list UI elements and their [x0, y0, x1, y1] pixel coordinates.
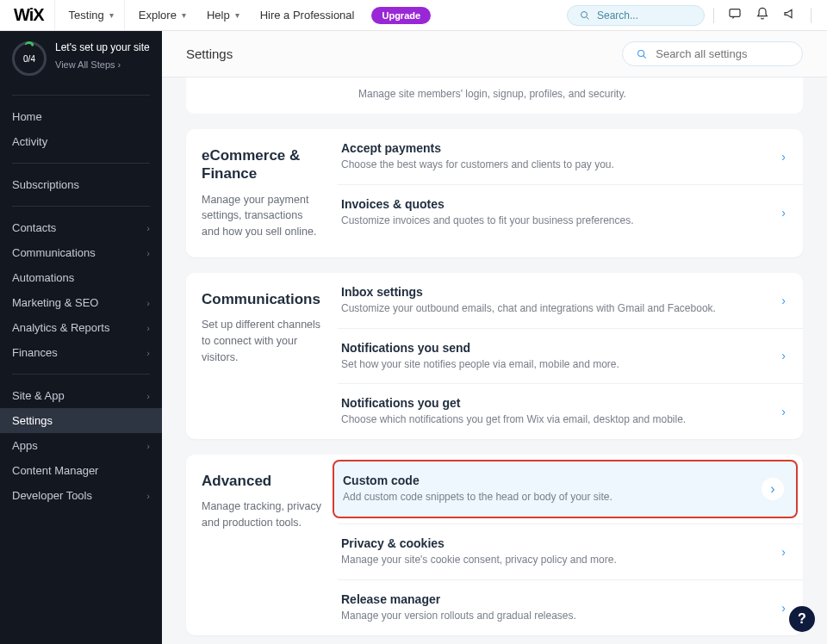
row-title: Custom code [343, 474, 612, 487]
row-title: Notifications you get [341, 396, 686, 410]
row-title: Inbox settings [341, 285, 716, 299]
sidebar-item-marketing-seo[interactable]: Marketing & SEO› [0, 290, 162, 315]
view-all-steps-link[interactable]: View All Steps › [55, 59, 150, 71]
row-desc: Customize invoices and quotes to fit you… [341, 214, 634, 228]
sidebar-item-home[interactable]: Home [0, 104, 162, 129]
top-menu-hire-a-professional[interactable]: Hire a Professional [250, 0, 365, 30]
progress-ring: 0/4 [12, 41, 47, 76]
chevron-right-icon: › [781, 601, 786, 615]
chevron-down-icon: ▾ [182, 10, 186, 20]
sidebar-item-label: Site & App [12, 389, 65, 402]
settings-row-notifications-you-send[interactable]: Notifications you sendSet how your site … [338, 328, 803, 384]
top-menu-help[interactable]: Help▾ [196, 0, 250, 30]
row-desc: Choose which notifications you get from … [341, 412, 686, 427]
setup-widget[interactable]: 0/4 Let's set up your site View All Step… [0, 41, 162, 86]
sidebar-item-label: Activity [12, 135, 47, 148]
section-card-advanced: AdvancedManage tracking, privacy and pro… [186, 455, 803, 635]
sidebar-item-automations[interactable]: Automations [0, 265, 162, 290]
settings-row-custom-code[interactable]: Custom codeAdd custom code snippets to t… [333, 460, 798, 518]
bell-icon[interactable] [750, 7, 774, 23]
search-icon [580, 10, 590, 21]
sidebar-item-communications[interactable]: Communications› [0, 240, 162, 265]
section-card-ecommerce-finance: eCommerce & FinanceManage your payment s… [186, 129, 803, 257]
content-area: Settings Manage site members' login, sig… [162, 31, 827, 644]
menu-label: Explore [139, 9, 177, 22]
section-desc: Manage your payment settings, transactio… [202, 192, 322, 240]
sidebar-item-label: Finances [12, 346, 58, 359]
help-button[interactable]: ? [789, 606, 815, 632]
sidebar-item-analytics-reports[interactable]: Analytics & Reports› [0, 315, 162, 340]
chevron-right-icon: › [146, 348, 150, 358]
settings-row-release-manager[interactable]: Release managerManage your version rollo… [338, 579, 803, 635]
sidebar-item-label: Settings [12, 414, 53, 427]
menu-label: Help [207, 9, 230, 22]
settings-search-input[interactable] [656, 47, 788, 60]
partial-card-row[interactable]: Manage site members' login, signup, prof… [186, 77, 803, 114]
chevron-right-icon: › [146, 491, 150, 501]
top-menu-explore[interactable]: Explore▾ [128, 0, 196, 30]
row-desc: Manage your version rollouts and gradual… [341, 609, 576, 623]
section-desc: Manage tracking, privacy and production … [202, 498, 322, 531]
divider [12, 374, 150, 375]
sidebar-item-content-manager[interactable]: Content Manager [0, 458, 162, 483]
chevron-down-icon: ▾ [109, 10, 114, 20]
top-search[interactable]: Search... [567, 5, 705, 26]
divider [12, 206, 150, 207]
svg-point-3 [638, 50, 644, 56]
chevron-right-icon: › [781, 349, 786, 362]
settings-search[interactable] [622, 41, 803, 66]
sidebar-item-contacts[interactable]: Contacts› [0, 215, 162, 240]
sidebar-item-label: Subscriptions [12, 178, 79, 191]
menu-label: Hire a Professional [260, 9, 355, 22]
row-desc: Manage your site's cookie consent, priva… [341, 553, 617, 567]
row-desc: Choose the best ways for customers and c… [341, 158, 614, 172]
upgrade-button[interactable]: Upgrade [371, 7, 431, 24]
search-icon [637, 48, 647, 60]
row-desc: Customize your outbound emails, chat and… [341, 301, 716, 316]
row-desc: Add custom code snippets to the head or … [343, 490, 612, 505]
partial-desc: Manage site members' login, signup, prof… [358, 88, 626, 100]
sidebar-item-label: Analytics & Reports [12, 321, 109, 334]
section-title: eCommerce & Finance [202, 146, 322, 183]
settings-row-notifications-you-get[interactable]: Notifications you getChoose which notifi… [338, 383, 803, 439]
divider [12, 95, 150, 96]
chevron-right-icon: › [146, 391, 150, 401]
row-title: Release manager [341, 592, 576, 606]
settings-row-accept-payments[interactable]: Accept paymentsChoose the best ways for … [338, 129, 803, 184]
chevron-right-icon: › [781, 545, 786, 559]
top-search-placeholder: Search... [597, 9, 638, 22]
row-title: Invoices & quotes [341, 197, 634, 211]
sidebar-item-subscriptions[interactable]: Subscriptions [0, 172, 162, 197]
svg-rect-2 [730, 9, 740, 17]
chat-icon[interactable] [723, 7, 747, 23]
settings-row-invoices-quotes[interactable]: Invoices & quotesCustomize invoices and … [338, 184, 803, 240]
sidebar-item-site-app[interactable]: Site & App› [0, 383, 162, 408]
settings-row-inbox-settings[interactable]: Inbox settingsCustomize your outbound em… [338, 273, 803, 328]
chevron-down-icon: ▾ [235, 10, 239, 20]
sidebar-item-developer-tools[interactable]: Developer Tools› [0, 483, 162, 508]
sidebar-item-label: Developer Tools [12, 489, 92, 502]
chevron-right-icon: › [781, 150, 786, 164]
settings-row-privacy-cookies[interactable]: Privacy & cookiesManage your site's cook… [338, 523, 803, 579]
site-dropdown-label: Testing [69, 9, 104, 22]
section-desc: Set up different channels to connect wit… [202, 317, 322, 365]
svg-point-0 [581, 11, 588, 17]
chevron-right-icon: › [781, 206, 786, 220]
site-dropdown[interactable]: Testing ▾ [59, 0, 125, 30]
sidebar-item-finances[interactable]: Finances› [0, 340, 162, 365]
sidebar-item-label: Contacts [12, 221, 56, 234]
chevron-right-icon: › [781, 405, 786, 418]
chevron-right-icon: › [146, 441, 150, 451]
sidebar-item-apps[interactable]: Apps› [0, 433, 162, 458]
sidebar-item-settings[interactable]: Settings [0, 408, 162, 433]
row-title: Privacy & cookies [341, 536, 617, 550]
svg-line-1 [587, 16, 589, 19]
row-title: Notifications you send [341, 341, 619, 355]
sidebar-item-label: Communications [12, 246, 96, 259]
wix-logo[interactable]: WiX [10, 0, 55, 30]
sidebar-item-label: Marketing & SEO [12, 296, 98, 309]
announce-icon[interactable] [778, 7, 802, 23]
sidebar-item-activity[interactable]: Activity [0, 129, 162, 154]
chevron-right-icon: › [762, 478, 784, 500]
row-desc: Set how your site notifies people via em… [341, 357, 619, 372]
